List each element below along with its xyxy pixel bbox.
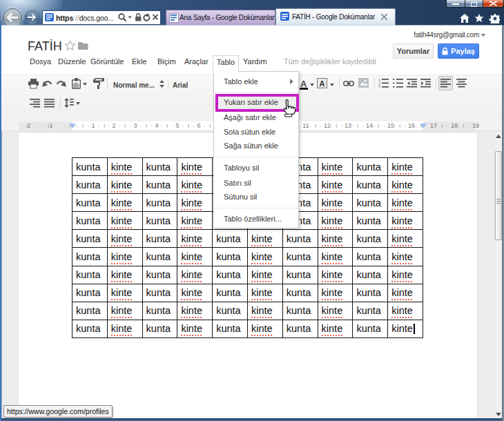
svg-text:3: 3: [378, 86, 381, 88]
